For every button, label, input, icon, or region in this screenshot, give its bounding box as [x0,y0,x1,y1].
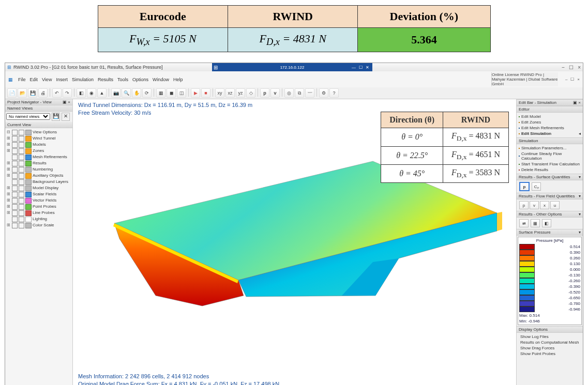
other-btn-1[interactable]: ⇄ [519,219,529,227]
tree-item[interactable]: Lighting [6,216,71,222]
toolbar-zoom-icon[interactable]: 🔍 [122,88,131,98]
toolbar-v-icon[interactable]: v [270,88,280,98]
tree-item[interactable]: ⊞Wind Tunnel [6,135,71,142]
toolbar-xz-icon[interactable]: xz [225,88,235,98]
toolbar-run-icon[interactable]: ▶ [191,88,200,98]
app-close-button[interactable]: × [578,65,581,70]
display-option[interactable]: Show Log Files [519,334,581,340]
named-views-save-icon[interactable]: 💾 [52,113,60,121]
tree-item[interactable]: ⊞Line Probes [6,210,71,216]
toolbar-p-icon[interactable]: p [260,88,269,98]
legend-row: -0.650 [519,295,580,301]
tree-item[interactable]: ⊟View Options [6,129,71,135]
display-option[interactable]: Results on Computational Mesh [519,340,581,345]
tree-item[interactable]: ⊞Scalar Fields [6,191,71,197]
surface-pressure-header: Surface Pressure▾ [517,229,583,236]
surfq-p-button[interactable]: p [519,182,530,191]
view-tree[interactable]: ⊟View Options⊞Wind Tunnel⊞Models⊞ZonesMe… [5,128,72,385]
menu-window[interactable]: Window [153,77,169,82]
tree-item[interactable]: ⊞Zones [6,148,71,154]
tree-item[interactable]: ⊞Model Display [6,185,71,191]
toolbar-shade-icon[interactable]: ◼ [167,88,176,98]
menu-file[interactable]: File [18,77,26,82]
toolbar-stream-icon[interactable]: 〰 [305,88,314,98]
menu-results[interactable]: Results [98,77,113,82]
doc-minimize-button[interactable]: – [565,77,567,82]
surfq-cp-button[interactable]: Cₚ [532,182,541,191]
toolbar-xy-icon[interactable]: xy [215,88,224,98]
toolbar-print-icon[interactable]: 🖨 [38,88,48,98]
flowq-p-button[interactable]: p [519,201,529,209]
simulation-item[interactable]: Start Transient Flow Calculation [519,161,581,167]
nav-collapse-icon[interactable]: ▣ × [63,100,70,104]
simulation-item[interactable]: Simulation Parameters... [519,145,581,151]
toolbar-yz-icon[interactable]: yz [236,88,245,98]
toolbar-pan-icon[interactable]: ✋ [132,88,141,98]
tree-item[interactable]: Mesh Refinements [6,154,71,160]
editor-item[interactable]: Edit Model [519,114,581,119]
tree-item[interactable]: ⊞Results [6,160,71,166]
display-option[interactable]: Show Point Probes [519,351,581,357]
simulation-item[interactable]: Delete Results [519,167,581,173]
editbar-collapse-icon[interactable]: ▣ × [573,100,581,105]
toolbar-cone-icon[interactable]: ▲ [97,88,107,98]
doc-maximize-button[interactable]: ☐ [570,77,574,82]
legend-title: Pressure [kPa] [519,238,580,243]
app-minimize-button[interactable]: − [562,65,565,70]
toolbar-mesh-icon[interactable]: ◫ [177,88,186,98]
simulation-item[interactable]: Continue Steady Flow Calculation [519,151,581,161]
legend-row: -0.260 [519,278,580,284]
toolbar-iso-icon[interactable]: ◇ [246,88,255,98]
tree-item[interactable]: ⊞Point Probes [6,204,71,210]
menu-insert[interactable]: Insert [56,77,68,82]
menu-tools[interactable]: Tools [117,77,128,82]
named-views-del-icon[interactable]: ✕ [62,113,70,121]
toolbar-new-icon[interactable]: 📄 [7,88,17,98]
flowq-v-button[interactable]: v [530,201,539,209]
editor-item[interactable]: Edit Mesh Refinements [519,125,581,131]
toolbar-probe-icon[interactable]: ◎ [284,88,294,98]
canvas-3d-view[interactable]: Wind Tunnel Dimensions: Dx = 116.91 m, D… [73,99,516,385]
app-maximize-button[interactable]: ☐ [569,65,574,70]
editor-item[interactable]: Edit Simulation◂ [519,131,581,136]
menu-help[interactable]: Help [173,77,183,82]
toolbar-stop-icon[interactable]: ■ [201,88,210,98]
tree-item[interactable]: Background Layers [6,179,71,185]
named-views-select[interactable]: No named views [6,113,50,120]
display-option[interactable]: Show Drag Forces [519,345,581,351]
toolbar-rotate-icon[interactable]: ⟳ [142,88,152,98]
toolbar-settings-icon[interactable]: ⚙ [319,88,328,98]
menu-edit[interactable]: Edit [30,77,38,82]
tree-item[interactable]: ⊞Models [6,142,71,148]
flowq-x-button[interactable]: x [540,201,549,209]
editor-item[interactable]: Edit Zones [519,119,581,125]
toolbar-slice-icon[interactable]: ⧉ [295,88,304,98]
toolbar-redo-icon[interactable]: ↷ [63,88,72,98]
toolbar-save-icon[interactable]: 💾 [28,88,37,98]
toolbar-cube-icon[interactable]: ◧ [77,88,86,98]
tree-item[interactable]: ⊞Auxiliary Objects [6,173,71,179]
otheropt-header: Results - Other Options▾ [517,211,583,218]
tree-item[interactable]: ⊞Vector Fields [6,197,71,204]
toolbar-sphere-icon[interactable]: ◉ [87,88,96,98]
toolbar-help-icon[interactable]: ? [329,88,339,98]
rd-maximize-button[interactable]: ☐ [359,65,363,70]
other-btn-2[interactable]: ▦ [531,219,540,227]
menu-view[interactable]: View [42,77,52,82]
toolbar-undo-icon[interactable]: ↶ [52,88,62,98]
flowq-header: Results - Flow Field Quantities▾ [517,193,583,199]
toolbar-camera-icon[interactable]: 📷 [111,88,120,98]
toolbar-open-icon[interactable]: 📂 [18,88,27,98]
doc-close-button[interactable]: × [577,77,580,82]
rd-pin-icon[interactable]: ⊞ [214,65,218,70]
tree-item[interactable]: ⊞Color Scale [6,222,71,228]
menu-simulation[interactable]: Simulation [72,77,94,82]
canvas-info-top: Wind Tunnel Dimensions: Dx = 116.91 m, D… [78,101,252,117]
toolbar-wire-icon[interactable]: ▦ [156,88,165,98]
other-btn-3[interactable]: ◧ [542,219,551,227]
tree-item[interactable]: ⊞Numbering [6,166,71,173]
menu-options[interactable]: Options [132,77,148,82]
rd-close-button[interactable]: ✕ [366,65,369,70]
flowq-u-button[interactable]: u [550,201,560,209]
rd-minimize-button[interactable]: — [352,65,356,70]
